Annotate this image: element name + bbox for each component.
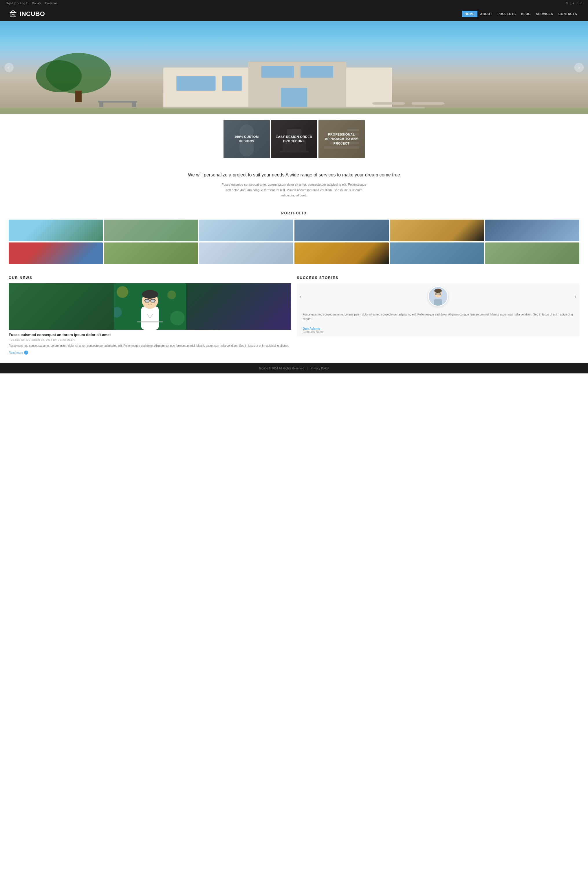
portfolio-item-11[interactable]: [390, 242, 484, 264]
nav-services[interactable]: SERVICES: [534, 11, 555, 17]
intro-heading: We will personalize a project to suit yo…: [29, 171, 559, 179]
nav-projects[interactable]: PROJECTS: [495, 11, 518, 17]
success-quote: Fusce euismod consequat ante. Lorem ipsu…: [300, 310, 577, 325]
news-article-title: Fusce euismod consequat an torem ipsum d…: [9, 332, 291, 337]
googleplus-icon[interactable]: g+: [571, 2, 574, 5]
svg-rect-39: [145, 299, 149, 302]
header: INCUBO HOME ABOUT PROJECTS BLOG SERVICES…: [0, 7, 588, 21]
portfolio-item-6[interactable]: [485, 220, 579, 241]
svg-rect-9: [222, 76, 242, 91]
success-next-button[interactable]: ›: [574, 293, 576, 299]
slider-prev-button[interactable]: ‹: [4, 63, 14, 72]
read-more-text: Read more: [9, 351, 23, 354]
read-more-link[interactable]: Read more ›: [9, 350, 291, 355]
svg-rect-46: [137, 321, 163, 322]
svg-rect-53: [434, 299, 442, 306]
feature-overlay-1: 100% CUSTOM DESIGNS: [224, 120, 270, 158]
main-nav: HOME ABOUT PROJECTS BLOG SERVICES CONTAC…: [462, 11, 579, 17]
footer-copyright: Incubo © 2014 All Rights Reserved: [259, 367, 304, 370]
portfolio-section: PORTFOLIO: [0, 205, 588, 270]
portfolio-item-4[interactable]: [294, 220, 388, 241]
portfolio-item-7[interactable]: [9, 242, 103, 264]
svg-point-32: [117, 286, 128, 298]
svg-point-33: [167, 290, 176, 299]
logo-icon: [9, 9, 17, 18]
topbar: Sign Up or Log In Donate Calendar 𝕏 g+ f…: [0, 0, 588, 7]
svg-rect-11: [261, 66, 294, 78]
success-navigation: ‹: [300, 286, 577, 307]
slider-next-button[interactable]: ›: [574, 63, 584, 72]
success-column: SUCCESS STORIES ‹: [297, 276, 580, 355]
portfolio-item-3[interactable]: [199, 220, 293, 241]
feature-overlay-3: PROFESSIONAL APPROACH TO ANY PROJECT: [318, 120, 365, 158]
topbar-social: 𝕏 g+ f in: [566, 2, 582, 5]
logo[interactable]: INCUBO: [9, 9, 45, 18]
topbar-link-calendar[interactable]: Calendar: [45, 2, 57, 5]
svg-rect-10: [281, 88, 307, 108]
svg-rect-17: [98, 101, 137, 102]
success-prev-button[interactable]: ‹: [300, 293, 302, 299]
portfolio-title: PORTFOLIO: [9, 211, 579, 215]
footer-divider: |: [307, 367, 308, 370]
svg-rect-16: [412, 102, 444, 105]
portfolio-item-12[interactable]: [485, 242, 579, 264]
success-avatar: [428, 286, 448, 307]
intro-body: Fusce euismod consequat ante. Lorem ipsu…: [222, 182, 366, 198]
feature-box-custom: 100% CUSTOM DESIGNS: [224, 120, 270, 158]
portfolio-item-1[interactable]: [9, 220, 103, 241]
news-body: Fusce euismod consequat ante. Lorem ipsu…: [9, 344, 291, 348]
svg-rect-40: [151, 299, 155, 302]
news-illustration: [114, 283, 186, 330]
twitter-icon[interactable]: 𝕏: [566, 2, 568, 5]
svg-point-4: [36, 60, 82, 92]
success-card: ‹: [297, 283, 580, 336]
feature-text-3: PROFESSIONAL APPROACH TO ANY PROJECT: [321, 132, 362, 146]
footer: Incubo © 2014 All Rights Reserved | Priv…: [0, 363, 588, 373]
portfolio-item-5[interactable]: [390, 220, 484, 241]
svg-rect-51: [439, 293, 441, 295]
success-section-title: SUCCESS STORIES: [297, 276, 580, 280]
topbar-link-donate[interactable]: Donate: [32, 2, 41, 5]
hero-illustration: [0, 50, 588, 114]
facebook-icon[interactable]: f: [576, 2, 577, 5]
success-author-name: Dan Adams: [300, 327, 577, 330]
bottom-two-col: OUR NEWS: [0, 270, 588, 363]
nav-blog[interactable]: BLOG: [519, 11, 533, 17]
svg-rect-5: [75, 91, 82, 102]
read-more-arrow-icon: ›: [24, 350, 28, 355]
success-company-name: Company Name: [300, 330, 577, 334]
topbar-link-signup[interactable]: Sign Up or Log In: [6, 2, 28, 5]
svg-rect-2: [12, 15, 14, 17]
svg-point-38: [142, 290, 158, 299]
feature-text-2: EASY DESIGN ORDER PROCEDURE: [274, 135, 314, 144]
news-section-title: OUR NEWS: [9, 276, 291, 280]
intro-section: We will personalize a project to suit yo…: [0, 164, 588, 205]
svg-rect-50: [435, 293, 437, 295]
news-meta: POSTED ON OCTOBER 06, 2014 BY DEMO USER: [9, 338, 291, 341]
news-image: [9, 283, 291, 330]
svg-rect-19: [132, 102, 136, 107]
footer-privacy-link[interactable]: Privacy Policy: [310, 367, 328, 370]
logo-text: INCUBO: [20, 10, 45, 18]
portfolio-item-10[interactable]: [294, 242, 388, 264]
linkedin-icon[interactable]: in: [580, 2, 582, 5]
svg-rect-14: [0, 108, 588, 114]
svg-point-49: [434, 289, 442, 293]
portfolio-item-2[interactable]: [104, 220, 198, 241]
topbar-links: Sign Up or Log In Donate Calendar: [6, 2, 60, 5]
avatar-illustration: [429, 286, 447, 307]
svg-rect-18: [99, 102, 104, 107]
hero-slider: ‹ ›: [0, 21, 588, 114]
feature-text-1: 100% CUSTOM DESIGNS: [226, 135, 267, 144]
svg-point-34: [170, 311, 185, 325]
portfolio-item-9[interactable]: [199, 242, 293, 264]
svg-rect-8: [176, 76, 215, 91]
nav-home[interactable]: HOME: [462, 11, 477, 17]
feature-overlay-2: EASY DESIGN ORDER PROCEDURE: [271, 120, 317, 158]
portfolio-grid: [9, 220, 579, 264]
nav-contacts[interactable]: CONTACTS: [556, 11, 579, 17]
feature-box-professional: PROFESSIONAL APPROACH TO ANY PROJECT: [318, 120, 365, 158]
nav-about[interactable]: ABOUT: [478, 11, 495, 17]
portfolio-item-8[interactable]: [104, 242, 198, 264]
features-section: 100% CUSTOM DESIGNS EASY DESIGN ORDER PR…: [0, 114, 588, 164]
